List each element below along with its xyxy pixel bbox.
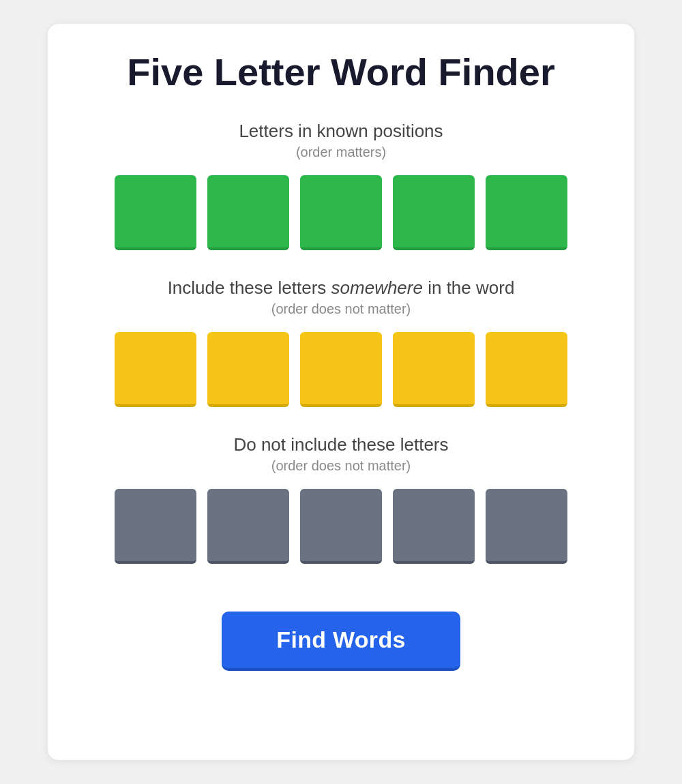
somewhere-row xyxy=(115,332,567,407)
exclude-row xyxy=(115,489,567,564)
exclude-section: Do not include these letters (order does… xyxy=(89,434,593,564)
somewhere-box-2[interactable] xyxy=(207,332,289,407)
exclude-box-3[interactable] xyxy=(300,489,382,564)
somewhere-box-1[interactable] xyxy=(115,332,196,407)
exclude-box-2[interactable] xyxy=(207,489,289,564)
known-positions-subtitle: (order matters) xyxy=(296,145,386,160)
find-words-button[interactable]: Find Words xyxy=(222,612,460,671)
known-positions-title: Letters in known positions xyxy=(239,121,443,142)
somewhere-box-5[interactable] xyxy=(486,332,567,407)
exclude-subtitle: (order does not matter) xyxy=(271,458,411,474)
somewhere-subtitle: (order does not matter) xyxy=(271,301,411,317)
known-positions-section: Letters in known positions (order matter… xyxy=(89,121,593,250)
known-pos-box-1[interactable] xyxy=(115,175,196,250)
somewhere-title-suffix: in the word xyxy=(423,277,514,298)
somewhere-title: Include these letters somewhere in the w… xyxy=(168,277,515,299)
somewhere-box-4[interactable] xyxy=(393,332,475,407)
exclude-box-5[interactable] xyxy=(486,489,567,564)
known-positions-row xyxy=(115,175,567,250)
somewhere-section: Include these letters somewhere in the w… xyxy=(89,277,593,407)
somewhere-box-3[interactable] xyxy=(300,332,382,407)
known-pos-box-5[interactable] xyxy=(486,175,567,250)
exclude-box-1[interactable] xyxy=(115,489,196,564)
known-pos-box-4[interactable] xyxy=(393,175,475,250)
somewhere-title-italic: somewhere xyxy=(331,277,423,298)
known-pos-box-2[interactable] xyxy=(207,175,289,250)
somewhere-title-prefix: Include these letters xyxy=(168,277,331,298)
page-title: Five Letter Word Finder xyxy=(127,51,554,93)
exclude-box-4[interactable] xyxy=(393,489,475,564)
main-card: Five Letter Word Finder Letters in known… xyxy=(48,24,634,760)
exclude-title: Do not include these letters xyxy=(233,434,448,455)
known-pos-box-3[interactable] xyxy=(300,175,382,250)
